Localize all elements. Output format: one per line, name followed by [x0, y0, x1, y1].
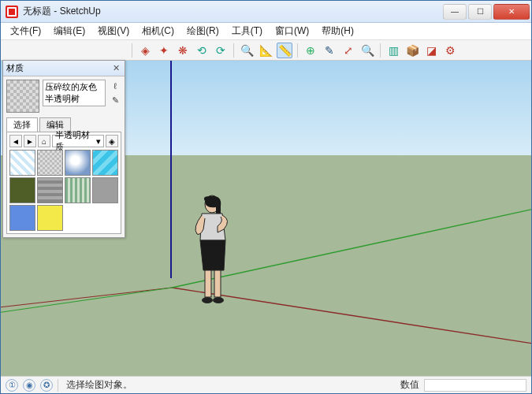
user-icon[interactable]: ◉	[23, 379, 35, 392]
zoom-icon[interactable]: 🔍	[359, 43, 375, 58]
swatch-olive-solid[interactable]	[9, 177, 35, 203]
geo-icon[interactable]: ✪	[40, 379, 53, 392]
current-material-swatch[interactable]	[6, 80, 39, 113]
swatch-glass-grid[interactable]	[9, 150, 35, 176]
menu-item[interactable]: 绘图(R)	[180, 23, 225, 39]
chevron-down-icon: ▾	[96, 136, 101, 147]
app-window: 无标题 - SketchUp — ☐ ✕ 文件(F)编辑(E)视图(V)相机(C…	[0, 0, 532, 394]
ruler-icon[interactable]: 📐	[258, 43, 273, 58]
panel-titlebar[interactable]: 材质 ✕	[3, 61, 125, 76]
titlebar: 无标题 - SketchUp — ☐ ✕	[1, 1, 531, 23]
menu-item[interactable]: 编辑(E)	[47, 23, 91, 39]
menu-item[interactable]: 文件(F)	[4, 23, 47, 39]
window-title: 无标题 - SketchUp	[23, 5, 443, 18]
swatch-cyan-diag[interactable]	[92, 150, 118, 176]
minimize-button[interactable]: —	[443, 4, 467, 20]
menu-item[interactable]: 帮助(H)	[315, 23, 360, 39]
value-label: 数值	[400, 378, 419, 392]
tool-a-icon[interactable]: ✎	[322, 43, 337, 58]
nav-back-button[interactable]: ◄	[9, 135, 22, 147]
tape-icon[interactable]: 📏	[277, 43, 292, 58]
menu-item[interactable]: 视图(V)	[91, 23, 136, 39]
refresh-icon[interactable]: ⟲	[194, 43, 210, 58]
swatch-blue-solid[interactable]	[9, 205, 35, 231]
menu-item[interactable]: 窗口(W)	[269, 23, 315, 39]
menubar: 文件(F)编辑(E)视图(V)相机(C)绘图(R)工具(T)窗口(W)帮助(H)	[1, 23, 531, 40]
swatch-sky-clouds[interactable]	[65, 150, 91, 176]
swatch-gray-noise[interactable]	[37, 150, 63, 176]
zoom-out-icon[interactable]: ⤢	[340, 43, 356, 58]
toolbar-separator	[380, 43, 381, 58]
swatch-gray-grid[interactable]	[37, 177, 63, 203]
globe-icon[interactable]: ⊕	[303, 43, 318, 58]
menu-item[interactable]: 工具(T)	[225, 23, 269, 39]
tab-select[interactable]: 选择	[6, 117, 38, 132]
swatch-green-stripes[interactable]	[65, 177, 91, 203]
maximize-button[interactable]: ☐	[468, 4, 492, 20]
swatch-yellow-solid[interactable]	[37, 205, 63, 231]
redo-icon[interactable]: ⟳	[213, 43, 229, 58]
svg-line-1	[1, 288, 172, 307]
eyedropper-icon[interactable]: ℓ	[109, 80, 121, 92]
nav-forward-button[interactable]: ►	[24, 135, 36, 147]
extension-icon[interactable]: ⚙	[442, 43, 458, 58]
search-person-icon[interactable]: 🔍	[239, 43, 255, 58]
materials-panel: 材质 ✕ 压碎纹的灰色半透明树 ℓ ✎ 选择 编辑	[2, 60, 125, 238]
svg-point-7	[202, 297, 213, 303]
svg-rect-5	[205, 270, 211, 297]
app-icon	[6, 6, 18, 18]
nav-home-button[interactable]: ⌂	[38, 135, 50, 147]
warehouse-icon[interactable]: 📦	[404, 43, 420, 58]
layers-icon[interactable]: ▥	[385, 43, 401, 58]
snowflake-icon[interactable]: ❋	[175, 43, 191, 58]
material-name-field[interactable]: 压碎纹的灰色半透明树	[43, 80, 106, 106]
toolbar-separator	[233, 43, 234, 58]
menu-item[interactable]: 相机(C)	[136, 23, 180, 39]
value-field[interactable]	[424, 379, 526, 392]
statusbar: ① ◉ ✪ 选择绘图对象。 数值	[1, 376, 531, 393]
svg-point-8	[213, 297, 224, 303]
plugin-icon[interactable]: ✦	[156, 43, 172, 58]
workspace: 材质 ✕ 压碎纹的灰色半透明树 ℓ ✎ 选择 编辑	[1, 61, 531, 376]
svg-rect-6	[214, 270, 221, 297]
panel-close-icon[interactable]: ✕	[110, 63, 121, 74]
details-button[interactable]: ◈	[106, 135, 118, 147]
close-button[interactable]: ✕	[493, 4, 530, 20]
panel-title-text: 材质	[6, 62, 24, 74]
status-hint: 选择绘图对象。	[63, 378, 396, 392]
scale-figure[interactable]	[186, 195, 241, 312]
svg-line-3	[1, 288, 172, 312]
axis-z	[170, 61, 172, 278]
swatch-gray-solid[interactable]	[92, 177, 118, 203]
material-palette	[9, 150, 118, 231]
toolbar-separator	[297, 43, 298, 58]
info-icon[interactable]: ①	[6, 379, 18, 392]
component-icon[interactable]: ◪	[423, 43, 439, 58]
anchor-target-icon[interactable]: ◈	[137, 43, 153, 58]
library-dropdown[interactable]: 半透明材质 ▾	[52, 135, 104, 147]
toolbar: ◈✦❋⟲⟳🔍📐📏⊕✎⤢🔍▥📦◪⚙	[1, 40, 531, 61]
toolbar-separator	[132, 43, 132, 58]
create-material-icon[interactable]: ✎	[109, 94, 121, 106]
